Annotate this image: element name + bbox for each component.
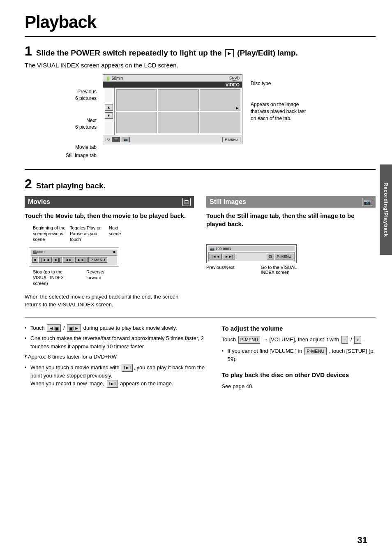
side-tab: Recording/Playback	[380, 164, 392, 255]
still-callouts-bottom: Previous/Next Go to the VISUALINDEX scre…	[206, 265, 297, 275]
vi-thumb-2	[158, 89, 198, 111]
volume-pmenu2: P-MENU	[304, 347, 326, 355]
volume-heading: To adjust the volume	[221, 324, 376, 333]
movies-header: Movies ⊟	[25, 196, 194, 208]
volume-pmenu-btn: P-MENU	[238, 336, 260, 344]
step1-heading: 1 Slide the POWER switch repeatedly to l…	[25, 44, 376, 58]
movie-stop-icon: ■	[113, 250, 115, 254]
vi-up-btn[interactable]: ▲	[105, 104, 113, 111]
notes-right: To adjust the volume Touch P-MENU → [VOL…	[221, 324, 376, 394]
prev-next-callout: Previous/Next	[206, 265, 234, 275]
resume-icon-2: I►I	[107, 380, 118, 388]
volume-minus-btn: −	[341, 336, 348, 344]
still-file-label: 📷 100-0001	[210, 247, 231, 251]
dvd-devices-heading: To play back the disc on other DVD devic…	[221, 370, 376, 380]
movies-column: Movies ⊟ Touch the Movie tab, then the m…	[25, 196, 194, 309]
volume-sub-bullet: If you cannot find [VOLUME ] in P-MENU ,…	[221, 347, 376, 363]
dvd-devices-text: See page 40.	[221, 382, 376, 391]
mc-pmenu-btn[interactable]: P-MENU	[88, 257, 107, 263]
slow-fwd-btn: ▣I►	[67, 324, 81, 332]
vi-bottom-bar: 1/2 🎬 📷 P-MENU	[103, 135, 242, 144]
movie-diagram: 🎬0001 ■ ■ |◄◄ ►|| ◄► ►►| P-MENU	[29, 248, 119, 266]
mc-prev-btn[interactable]: |◄◄	[39, 257, 51, 263]
notes-left: Touch ◄I▣ / ▣I► during pause to play bac…	[25, 324, 209, 394]
rw-badge: -RW	[229, 76, 240, 81]
movie-tab-label: Movie tab	[75, 144, 97, 151]
movies-title: Movies	[28, 198, 50, 206]
vi-content: ▲ ▼	[103, 88, 242, 135]
still-header: Still Images 📷	[206, 196, 376, 208]
slow-rev-btn: ◄I▣	[47, 324, 61, 332]
beginning-callout: Beginning of thescene/previousscene	[33, 225, 66, 243]
vi-still-tab-btn[interactable]: 📷	[122, 137, 130, 142]
step1-number: 1	[25, 44, 32, 58]
vi-top-bar: 🔋 60min -RW	[103, 75, 242, 82]
two-col-layout: Movies ⊟ Touch the Movie tab, then the m…	[25, 196, 376, 309]
still-prev-btn[interactable]: |◄◄	[210, 254, 222, 259]
note-asterisk: * Approx. 8 times faster for a DVD+RW	[25, 353, 209, 361]
next-scene-callout: Nextscene	[109, 225, 131, 237]
vi-page-num: 1/2	[105, 138, 110, 142]
disc-type-label: Disc type	[251, 81, 271, 86]
bottom-section: Touch ◄I▣ / ▣I► during pause to play bac…	[25, 317, 376, 394]
page-number: 31	[357, 535, 367, 546]
mc-top-callouts: Beginning of thescene/previousscene Togg…	[33, 225, 131, 248]
vi-movie-tab-btn[interactable]: 🎬	[112, 137, 120, 142]
still-image-tab-label: Still image tab	[66, 153, 97, 159]
vi-thumbnails	[115, 88, 242, 135]
movies-icon: ⊟	[182, 198, 191, 206]
still-expand-btn[interactable]: ⊡	[267, 254, 274, 259]
mc-stop-btn[interactable]: ■	[32, 257, 38, 263]
vi-left-controls: ▲ ▼	[103, 88, 115, 135]
vi-thumb-6	[200, 112, 240, 134]
top-divider	[25, 36, 376, 37]
still-images-column: Still Images 📷 Touch the Still image tab…	[206, 196, 376, 309]
vi-diagram: 🔋 60min -RW VIDEO ▲ ▼	[103, 74, 242, 144]
step2-number: 2	[25, 177, 32, 190]
vi-thumb-4	[116, 112, 157, 134]
step2-text: Start playing back.	[36, 181, 106, 190]
movie-file-label: 🎬0001	[32, 250, 45, 254]
mc-next-btn[interactable]: ►►|	[75, 257, 88, 263]
vi-down-btn[interactable]: ▼	[105, 112, 113, 119]
still-title: Still Images	[210, 198, 246, 206]
vi-outer-wrapper: 🔋 60min -RW VIDEO ▲ ▼	[103, 74, 242, 144]
vi-thumb-1	[116, 89, 157, 111]
next-6-label: Next6 pictures	[75, 118, 97, 130]
mc-rev-fwd-btn[interactable]: ◄►	[63, 257, 74, 263]
still-pmenu-btn[interactable]: P-MENU	[275, 254, 294, 259]
stop-callout: Stop (go to theVISUAL INDEXscreen)	[33, 269, 70, 287]
volume-plus-btn: +	[354, 336, 361, 344]
mc-play-pause-btn[interactable]: ►||	[53, 257, 62, 263]
notes-list: Touch ◄I▣ / ▣I► during pause to play bac…	[25, 324, 209, 388]
appears-on-label: Appears on the imagethat was played back…	[251, 101, 306, 122]
still-subtitle: Touch the Still image tab, then the stil…	[206, 212, 376, 228]
step1-text: Slide the POWER switch repeatedly to lig…	[36, 49, 298, 58]
resume-icon: I►I	[122, 364, 133, 372]
battery-label: 🔋 60min	[106, 76, 123, 81]
note-3: When you touch a movie marked with I►I, …	[25, 364, 209, 388]
previous-6-label: Previous6 pictures	[75, 89, 97, 102]
vi-thumb-5	[158, 112, 198, 134]
still-icon: 📷	[362, 198, 372, 206]
step2-heading: 2 Start playing back.	[25, 177, 376, 190]
movie-controls: ■ |◄◄ ►|| ◄► ►►| P-MENU	[31, 255, 117, 264]
still-next-btn[interactable]: ►►|	[223, 254, 235, 259]
mc-bottom-callouts: Stop (go to theVISUAL INDEXscreen) Rever…	[33, 266, 131, 287]
movie-top-bar: 🎬0001 ■	[31, 250, 117, 255]
vi-mode-bar: VIDEO	[103, 82, 242, 88]
still-diagram-area: 📷 100-0001 |◄◄ ►►| ⊡ P-MENU Previous/Nex…	[206, 244, 376, 275]
vi-pmenu-btn[interactable]: P-MENU	[222, 137, 240, 142]
note-1: Touch ◄I▣ / ▣I► during pause to play bac…	[25, 324, 209, 332]
note-2: One touch makes the reverse/fast forward…	[25, 334, 209, 350]
visual-index-diagram-container: Previous6 pictures Next6 pictures Movie …	[25, 74, 376, 144]
still-controls: |◄◄ ►►| ⊡ P-MENU	[208, 252, 295, 261]
still-diagram: 📷 100-0001 |◄◄ ►►| ⊡ P-MENU	[206, 244, 297, 263]
page-title: Playback	[25, 12, 376, 32]
play-edit-icon: ►	[225, 49, 234, 57]
still-top-bar: 📷 100-0001	[208, 246, 295, 251]
go-to-callout: Go to the VISUALINDEX screen	[261, 265, 297, 275]
movies-subtitle: Touch the Movie tab, then the movie to b…	[25, 212, 194, 220]
toggles-callout: Toggles Play orPause as youtouch	[70, 225, 103, 243]
vi-thumb-3-active	[200, 89, 240, 111]
